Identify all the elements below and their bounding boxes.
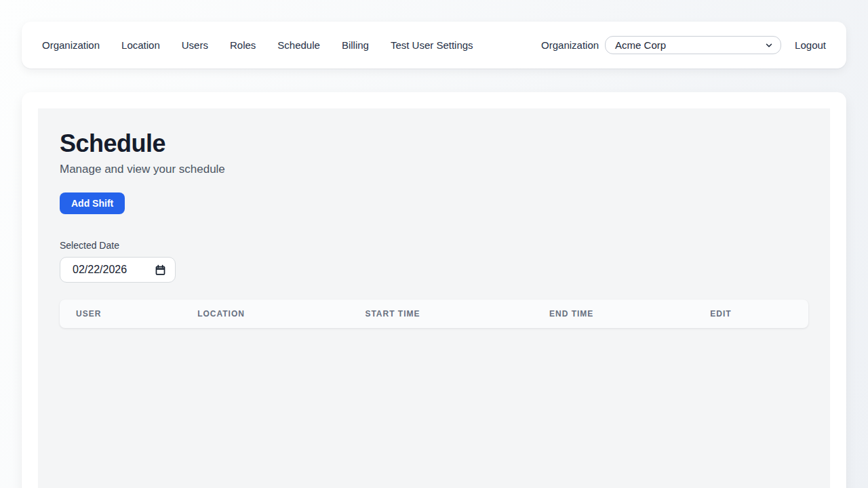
top-navbar: Organization Location Users Roles Schedu… [22,22,846,68]
selected-date-label: Selected Date [60,240,808,251]
column-header-start-time: Start Time [365,309,549,319]
nav-item-test-user-settings[interactable]: Test User Settings [391,39,473,51]
calendar-icon[interactable] [155,264,166,276]
chevron-down-icon [764,41,774,50]
schedule-table-header-row: User Location Start Time End Time Edit [60,300,808,328]
organization-select[interactable]: Acme Corp [605,36,781,54]
nav-item-roles[interactable]: Roles [230,39,256,51]
page-subtitle: Manage and view your schedule [60,163,808,176]
column-header-edit: Edit [710,309,808,319]
nav-item-location[interactable]: Location [121,39,160,51]
selected-date-input[interactable]: 02/22/2026 [60,257,176,283]
page-title: Schedule [60,129,808,158]
selected-date-value: 02/22/2026 [73,264,127,276]
main-card: Schedule Manage and view your schedule A… [22,92,846,488]
organization-select-label: Organization [541,39,599,51]
nav-item-users[interactable]: Users [182,39,208,51]
nav-right-section: Organization Acme Corp Logout [541,36,826,54]
primary-nav: Organization Location Users Roles Schedu… [42,39,473,51]
nav-item-schedule[interactable]: Schedule [277,39,320,51]
nav-item-organization[interactable]: Organization [42,39,100,51]
logout-button[interactable]: Logout [795,39,826,51]
nav-item-billing[interactable]: Billing [342,39,369,51]
column-header-end-time: End Time [549,309,710,319]
add-shift-button[interactable]: Add Shift [60,192,125,214]
column-header-location: Location [197,309,365,319]
organization-selected-value: Acme Corp [615,39,666,51]
schedule-content-panel: Schedule Manage and view your schedule A… [38,108,830,488]
column-header-user: User [60,309,197,319]
